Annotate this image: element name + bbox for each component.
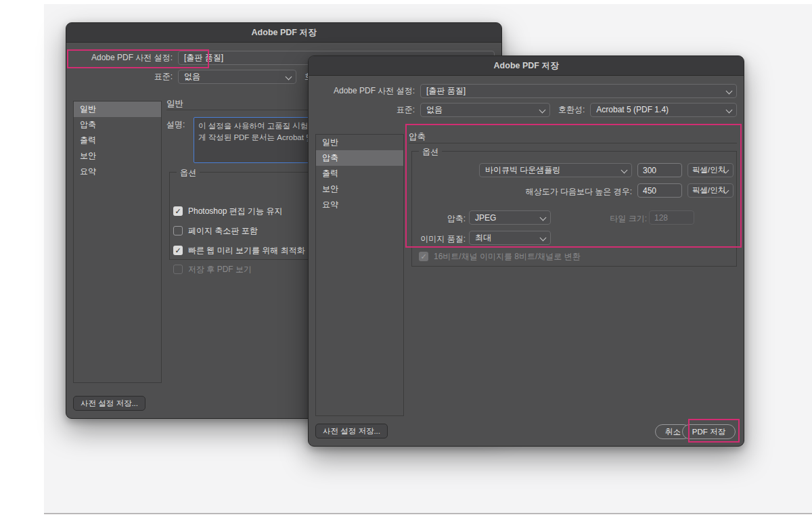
checkbox-row-preserve-editing[interactable]: ✓ Photoshop 편집 기능 유지 xyxy=(173,205,282,217)
checkbox-checked-icon: ✓ xyxy=(419,252,428,261)
preset-label: Adobe PDF 사전 설정: xyxy=(315,85,415,97)
sidebar-item-compression[interactable]: 압축 xyxy=(316,150,403,166)
dialog-title: Adobe PDF 저장 xyxy=(494,60,559,72)
header-divider xyxy=(409,143,737,143)
checkbox-checked-icon[interactable]: ✓ xyxy=(173,206,183,216)
threshold-unit-value: 픽셀/인치 xyxy=(692,185,725,196)
tile-size-label: 타일 크기: xyxy=(600,213,647,225)
chevron-down-icon xyxy=(540,215,547,221)
threshold-input[interactable]: 450 xyxy=(637,183,682,198)
resolution-unit-dropdown[interactable]: 픽셀/인치 xyxy=(687,163,734,177)
resolution-input[interactable]: 300 xyxy=(637,163,682,177)
sidebar-item-output[interactable]: 출력 xyxy=(74,133,161,148)
resolution-unit-value: 픽셀/인치 xyxy=(692,165,725,175)
save-preset-button[interactable]: 사전 설정 저장... xyxy=(315,424,388,438)
checkbox-label: 페이지 축소판 포함 xyxy=(188,225,258,237)
tile-size-value: 128 xyxy=(654,213,668,223)
resolution-value: 300 xyxy=(643,166,656,175)
checkbox-row-convert-16bit: ✓ 16비트/채널 이미지를 8비트/채널로 변환 xyxy=(419,250,581,263)
threshold-unit-dropdown[interactable]: 픽셀/인치 xyxy=(687,183,734,198)
preset-value: [출판 품질] xyxy=(426,85,466,97)
settings-section-list: 일반 압축 출력 보안 요약 xyxy=(73,101,162,383)
checkbox-checked-icon[interactable]: ✓ xyxy=(173,246,183,255)
image-quality-dropdown[interactable]: 최대 xyxy=(469,231,551,245)
standard-row: 표준: 없음 호환성: Acrobat 5 (PDF 1.4) xyxy=(315,102,737,117)
image-quality-label: 이미지 품질: xyxy=(411,233,466,245)
description-label: 설명: xyxy=(166,119,185,131)
standard-label: 표준: xyxy=(73,71,173,83)
sidebar-item-security[interactable]: 보안 xyxy=(74,148,161,164)
options-group-label: 옵션 xyxy=(177,167,200,179)
compatibility-dropdown[interactable]: Acrobat 5 (PDF 1.4) xyxy=(590,103,737,117)
sidebar-item-security[interactable]: 보안 xyxy=(316,181,403,197)
preset-dropdown[interactable]: [출판 품질] xyxy=(420,84,737,98)
sidebar-item-general[interactable]: 일반 xyxy=(74,101,161,117)
compression-label: 압축: xyxy=(411,213,466,225)
checkbox-row-optimize-web[interactable]: ✓ 빠른 웹 미리 보기를 위해 최적화 xyxy=(173,244,305,256)
checkbox-label: 16비트/채널 이미지를 8비트/채널로 변환 xyxy=(434,251,581,263)
threshold-label: 해상도가 다음보다 높은 경우: xyxy=(479,186,632,198)
panel-header-compression: 압축 xyxy=(409,131,426,143)
settings-section-list: 일반 압축 출력 보안 요약 xyxy=(315,134,404,416)
checkbox-unchecked-icon[interactable]: ✓ xyxy=(173,226,183,235)
checkbox-label: 빠른 웹 미리 보기를 위해 최적화 xyxy=(188,245,305,256)
standard-value: 없음 xyxy=(426,104,443,116)
standard-dropdown[interactable]: 없음 xyxy=(420,103,550,117)
save-adobe-pdf-dialog-compression: Adobe PDF 저장 Adobe PDF 사전 설정: [출판 품질] 표준… xyxy=(308,55,744,447)
chevron-down-icon xyxy=(726,87,733,94)
checkbox-unchecked-icon: ✓ xyxy=(173,265,183,274)
chevron-down-icon xyxy=(286,73,292,80)
sidebar-item-output[interactable]: 출력 xyxy=(316,166,403,181)
checkbox-label: 저장 후 PDF 보기 xyxy=(188,264,252,275)
chevron-down-icon xyxy=(540,235,547,242)
panel-header-general: 일반 xyxy=(166,98,183,110)
dialog-title: Adobe PDF 저장 xyxy=(252,27,317,39)
chevron-down-icon xyxy=(621,167,628,174)
compatibility-value: Acrobat 5 (PDF 1.4) xyxy=(596,105,669,114)
preset-row: Adobe PDF 사전 설정: [출판 품질] xyxy=(315,83,737,98)
preset-value: [출판 품질] xyxy=(184,52,223,64)
image-quality-value: 최대 xyxy=(475,232,491,244)
checkbox-row-view-after-save: ✓ 저장 후 PDF 보기 xyxy=(173,263,252,275)
tile-size-input: 128 xyxy=(649,210,694,225)
checkbox-row-embed-thumbnails[interactable]: ✓ 페이지 축소판 포함 xyxy=(173,225,258,237)
threshold-value: 450 xyxy=(643,186,656,196)
compression-value: JPEG xyxy=(475,213,496,223)
chevron-down-icon xyxy=(539,106,546,113)
dialog-titlebar[interactable]: Adobe PDF 저장 xyxy=(309,56,744,76)
standard-label: 표준: xyxy=(315,104,415,116)
sidebar-item-summary[interactable]: 요약 xyxy=(74,164,161,179)
sidebar-item-summary[interactable]: 요약 xyxy=(316,197,403,212)
options-group-label: 옵션 xyxy=(419,146,442,158)
downsampling-method-dropdown[interactable]: 바이큐빅 다운샘플링 xyxy=(479,163,632,177)
checkbox-label: Photoshop 편집 기능 유지 xyxy=(188,206,282,217)
standard-dropdown[interactable]: 없음 xyxy=(178,70,296,84)
downsampling-method-value: 바이큐빅 다운샘플링 xyxy=(485,164,560,176)
pdf-save-button[interactable]: PDF 저장 xyxy=(682,424,736,439)
sidebar-item-compression[interactable]: 압축 xyxy=(74,117,161,133)
compression-dropdown[interactable]: JPEG xyxy=(469,210,551,225)
standard-value: 없음 xyxy=(184,71,200,83)
save-preset-button[interactable]: 사전 설정 저장... xyxy=(73,396,145,411)
preset-label: Adobe PDF 사전 설정: xyxy=(73,52,173,64)
dialog-titlebar[interactable]: Adobe PDF 저장 xyxy=(66,23,501,43)
sidebar-item-general[interactable]: 일반 xyxy=(316,135,403,150)
chevron-down-icon xyxy=(726,106,733,113)
compatibility-label: 호환성: xyxy=(558,104,585,116)
